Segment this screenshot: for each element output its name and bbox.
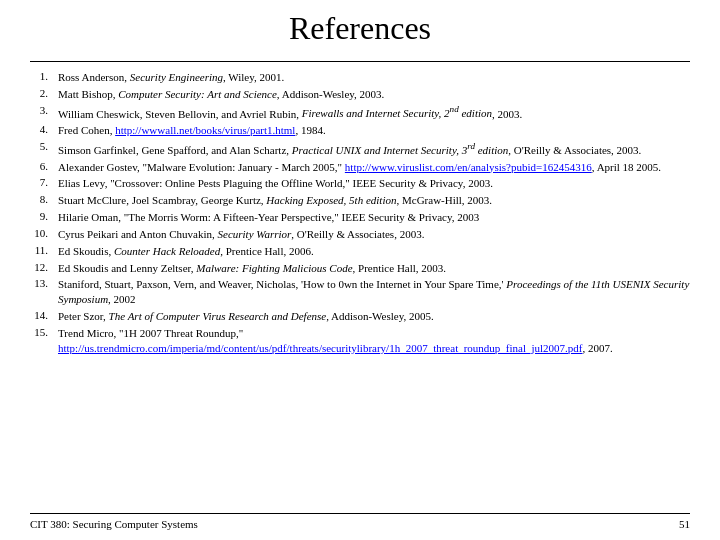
table-row: 13.Staniford, Stuart, Paxson, Vern, and … (30, 277, 690, 309)
ref-number: 12. (30, 261, 58, 278)
table-row: 12.Ed Skoudis and Lenny Zeltser, Malware… (30, 261, 690, 278)
table-row: 3.William Cheswick, Steven Bellovin, and… (30, 104, 690, 124)
ref-text: Fred Cohen, http://wwwall.net/books/viru… (58, 123, 690, 140)
ref-text: Matt Bishop, Computer Security: Art and … (58, 87, 690, 104)
ref-number: 6. (30, 160, 58, 177)
ref-number: 3. (30, 104, 58, 124)
ref-number: 5. (30, 140, 58, 160)
table-row: 2.Matt Bishop, Computer Security: Art an… (30, 87, 690, 104)
ref-number: 2. (30, 87, 58, 104)
ref-number: 14. (30, 309, 58, 326)
ref-text: Cyrus Peikari and Anton Chuvakin, Securi… (58, 227, 690, 244)
ref-number: 10. (30, 227, 58, 244)
ref-text: Ross Anderson, Security Engineering, Wil… (58, 70, 690, 87)
footer: CIT 380: Securing Computer Systems 51 (30, 513, 690, 530)
table-row: 4.Fred Cohen, http://wwwall.net/books/vi… (30, 123, 690, 140)
ref-text: Ed Skoudis, Counter Hack Reloaded, Prent… (58, 244, 690, 261)
ref-text: Stuart McClure, Joel Scambray, George Ku… (58, 193, 690, 210)
title-divider (30, 61, 690, 62)
footer-right: 51 (679, 518, 690, 530)
ref-number: 7. (30, 176, 58, 193)
ref-number: 11. (30, 244, 58, 261)
table-row: 9.Hilarie Oman, "The Morris Worm: A Fift… (30, 210, 690, 227)
ref-text: Peter Szor, The Art of Computer Virus Re… (58, 309, 690, 326)
table-row: 14.Peter Szor, The Art of Computer Virus… (30, 309, 690, 326)
references-list: 1.Ross Anderson, Security Engineering, W… (30, 70, 690, 358)
ref-text: Alexander Gostev, "Malware Evolution: Ja… (58, 160, 690, 177)
ref-text: Hilarie Oman, "The Morris Worm: A Fiftee… (58, 210, 690, 227)
ref-text: Trend Micro, "1H 2007 Threat Roundup," h… (58, 326, 690, 358)
page: References 1.Ross Anderson, Security Eng… (0, 0, 720, 540)
ref-text: Elias Levy, "Crossover: Online Pests Pla… (58, 176, 690, 193)
table-row: 7.Elias Levy, "Crossover: Online Pests P… (30, 176, 690, 193)
footer-left: CIT 380: Securing Computer Systems (30, 518, 198, 530)
table-row: 5.Simson Garfinkel, Gene Spafford, and A… (30, 140, 690, 160)
table-row: 6.Alexander Gostev, "Malware Evolution: … (30, 160, 690, 177)
ref-number: 15. (30, 326, 58, 358)
ref-number: 13. (30, 277, 58, 309)
table-row: 8.Stuart McClure, Joel Scambray, George … (30, 193, 690, 210)
ref-text: Simson Garfinkel, Gene Spafford, and Ala… (58, 140, 690, 160)
ref-number: 9. (30, 210, 58, 227)
ref-number: 8. (30, 193, 58, 210)
ref-text: Staniford, Stuart, Paxson, Vern, and Wea… (58, 277, 690, 309)
table-row: 11.Ed Skoudis, Counter Hack Reloaded, Pr… (30, 244, 690, 261)
table-row: 1.Ross Anderson, Security Engineering, W… (30, 70, 690, 87)
ref-text: William Cheswick, Steven Bellovin, and A… (58, 104, 690, 124)
ref-text: Ed Skoudis and Lenny Zeltser, Malware: F… (58, 261, 690, 278)
ref-number: 1. (30, 70, 58, 87)
page-title: References (30, 10, 690, 55)
table-row: 15.Trend Micro, "1H 2007 Threat Roundup,… (30, 326, 690, 358)
ref-number: 4. (30, 123, 58, 140)
table-row: 10.Cyrus Peikari and Anton Chuvakin, Sec… (30, 227, 690, 244)
